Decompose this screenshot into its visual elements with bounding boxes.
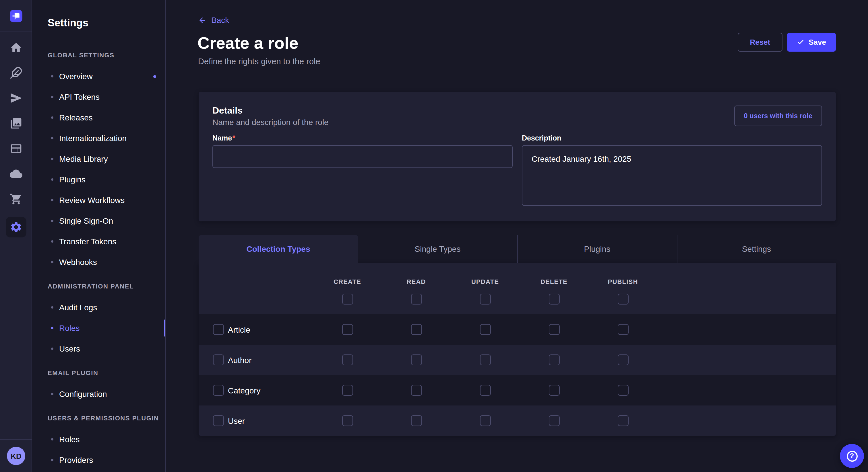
sidebar-item-media-library[interactable]: Media Library [33,148,165,169]
name-input[interactable] [212,145,513,168]
bullet-icon [51,261,53,263]
tab-plugins[interactable]: Plugins [517,235,677,263]
sidebar-item-roles[interactable]: Roles [33,318,165,338]
select-all-update-checkbox[interactable] [479,294,491,305]
sidebar-item-plugins[interactable]: Plugins [33,169,165,190]
author-publish-checkbox[interactable] [617,355,628,365]
author-update-checkbox[interactable] [479,355,491,365]
sidebar-item-review-workflows[interactable]: Review Workflows [33,190,165,210]
sidebar-item-transfer-tokens[interactable]: Transfer Tokens [33,231,165,252]
tab-settings[interactable]: Settings [677,235,836,263]
table-row-category: Category [198,375,836,405]
category-update-checkbox[interactable] [479,385,491,396]
select-all-publish-checkbox[interactable] [617,294,628,305]
table-row-author: Author [198,345,836,375]
home-icon[interactable] [8,40,23,55]
sidebar-item-internationalization[interactable]: Internationalization [33,128,165,148]
sidebar-title-divider [48,41,61,41]
main-content: Back Create a role Define the rights giv… [166,0,868,472]
active-indicator [164,319,166,337]
tab-collection-types[interactable]: Collection Types [198,235,358,263]
article-create-checkbox[interactable] [342,324,353,335]
feather-icon[interactable] [8,65,23,80]
question-mark-icon: ? [846,450,857,461]
bullet-icon [51,178,53,181]
sidebar-item-users[interactable]: Users [33,338,165,359]
sidebar-item-label: Roles [59,435,80,444]
category-read-checkbox[interactable] [411,385,422,396]
back-link[interactable]: Back [198,15,229,25]
table-row-article: Article [198,314,836,345]
select-all-delete-checkbox[interactable] [549,294,559,305]
cloud-icon[interactable] [8,166,23,181]
sidebar-item-label: Configuration [59,390,107,399]
user-row-checkbox[interactable] [213,415,224,426]
user-create-checkbox[interactable] [342,415,353,426]
sidebar-item-overview[interactable]: Overview [33,66,165,87]
sidebar-item-roles[interactable]: Roles [33,429,165,450]
category-create-checkbox[interactable] [342,385,353,396]
sidebar-item-single-sign-on[interactable]: Single Sign-On [33,210,165,231]
permissions-section: Collection TypesSingle TypesPluginsSetti… [198,235,836,436]
row-label: Category [228,386,260,395]
tab-single-types[interactable]: Single Types [358,235,517,263]
article-update-checkbox[interactable] [479,324,491,335]
category-delete-checkbox[interactable] [549,385,559,396]
help-button[interactable]: ? [840,444,864,468]
author-create-checkbox[interactable] [342,355,353,365]
article-read-checkbox[interactable] [411,324,422,335]
user-publish-checkbox[interactable] [617,415,628,426]
description-textarea[interactable]: Created January 16th, 2025 [522,145,822,206]
page-subtitle: Define the rights given to the role [198,57,320,66]
media-library-icon[interactable] [8,116,23,131]
users-with-role-button[interactable]: 0 users with this role [734,105,822,126]
bullet-icon [51,158,53,160]
reset-button[interactable]: Reset [738,33,782,52]
settings-gear-icon[interactable] [5,217,26,237]
page-title: Create a role [197,33,298,53]
article-publish-checkbox[interactable] [617,324,628,335]
bullet-icon [51,393,53,395]
section-label-email-plugin: EMAIL PLUGIN [48,369,165,377]
user-avatar[interactable]: KD [7,447,25,465]
sidebar-item-label: Single Sign-On [59,216,113,225]
author-delete-checkbox[interactable] [549,355,559,365]
user-read-checkbox[interactable] [411,415,422,426]
paper-plane-icon[interactable] [8,91,23,105]
bullet-icon [51,347,53,350]
back-label: Back [211,15,229,25]
sidebar-item-providers[interactable]: Providers [33,450,165,470]
column-header-read: READ [406,278,426,285]
author-read-checkbox[interactable] [411,355,422,365]
sidebar-item-label: Plugins [59,175,86,184]
author-row-checkbox[interactable] [213,355,224,365]
rail-divider [0,439,32,440]
sidebar-item-label: Internationalization [59,134,127,143]
user-update-checkbox[interactable] [479,415,491,426]
layout-icon[interactable] [8,141,23,156]
bullet-icon [51,306,53,308]
article-delete-checkbox[interactable] [549,324,559,335]
select-all-read-checkbox[interactable] [411,294,422,305]
sidebar-item-label: Audit Logs [59,303,97,312]
category-row-checkbox[interactable] [213,385,224,396]
workspace-logo-button[interactable] [0,0,32,32]
sidebar-item-label: Webhooks [59,258,97,267]
user-delete-checkbox[interactable] [549,415,559,426]
bullet-icon [51,116,53,119]
sidebar-item-configuration[interactable]: Configuration [33,384,165,404]
sidebar-item-webhooks[interactable]: Webhooks [33,252,165,272]
sidebar-item-audit-logs[interactable]: Audit Logs [33,297,165,318]
category-publish-checkbox[interactable] [617,385,628,396]
sidebar-item-label: Roles [59,324,80,333]
sidebar-title: Settings [48,17,165,29]
sidebar-item-label: Review Workflows [59,196,125,205]
sidebar-item-api-tokens[interactable]: API Tokens [33,87,165,107]
sidebar-item-releases[interactable]: Releases [33,107,165,128]
article-row-checkbox[interactable] [213,324,224,335]
column-header-update: UPDATE [471,278,499,285]
notification-dot [153,75,156,78]
save-button[interactable]: Save [787,33,836,52]
cart-icon[interactable] [8,192,23,206]
select-all-create-checkbox[interactable] [342,294,353,305]
